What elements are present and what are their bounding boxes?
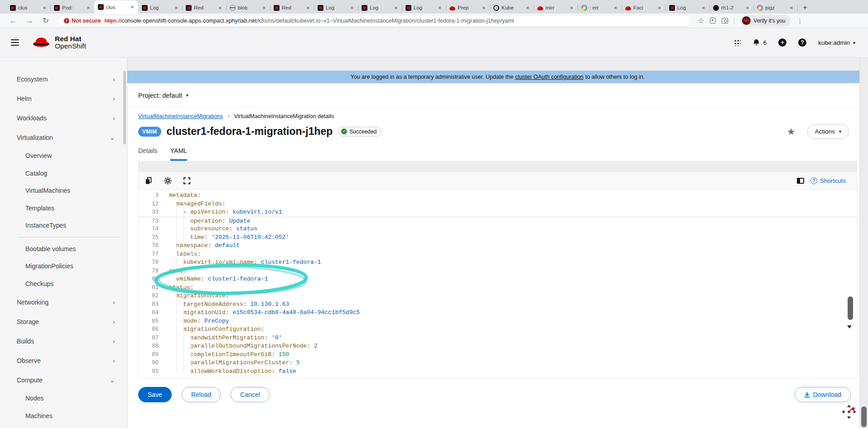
browser-tab[interactable]: Red✕ [182, 2, 226, 14]
browser-tab[interactable]: Prep✕ [446, 2, 490, 14]
settings-gear-icon[interactable] [164, 177, 172, 185]
main-content: You are logged in as a temporary adminis… [127, 57, 868, 428]
address-bar[interactable]: ! Not secure https://console-openshift-c… [57, 15, 691, 27]
cancel-button[interactable]: Cancel [231, 387, 270, 402]
tab-close-icon[interactable]: ✕ [481, 5, 487, 10]
help-icon[interactable]: ? [798, 38, 806, 47]
sidebar-item-compute[interactable]: Compute⌄ [0, 370, 127, 390]
fullscreen-icon[interactable] [183, 177, 190, 184]
browser-tab[interactable]: Log✕ [665, 2, 709, 14]
tab-close-icon[interactable]: ✕ [85, 5, 92, 10]
tab-close-icon[interactable]: ✕ [700, 5, 707, 10]
yaml-code-area[interactable]: 3metadata:12 managedFields:33 - apiVersi… [139, 190, 857, 377]
refresh-icon[interactable]: ↻ [41, 16, 51, 25]
breadcrumb-link[interactable]: VirtualMachineInstanceMigrations [138, 113, 223, 119]
browser-tab[interactable]: mirr✕ [534, 2, 578, 14]
tab-close-icon[interactable]: ✕ [744, 5, 751, 10]
project-selector[interactable]: Project: default [138, 92, 182, 99]
add-icon[interactable]: + [778, 38, 786, 47]
browser-tab[interactable]: Log✕ [314, 2, 358, 14]
not-secure-chip[interactable]: ! Not secure [64, 18, 101, 24]
tab-close-icon[interactable]: ✕ [261, 5, 267, 10]
browser-tab[interactable]: Log✕ [358, 2, 402, 14]
browser-tab[interactable]: Log✕ [402, 2, 446, 14]
sidebar-item-workloads[interactable]: Workloads› [0, 108, 127, 128]
favorite-star-icon[interactable]: ★ [787, 126, 796, 137]
browser-tab[interactable]: Kube✕ [490, 2, 534, 14]
copy-icon[interactable] [145, 177, 152, 185]
new-tab-button[interactable]: + [799, 2, 811, 14]
tab-close-icon[interactable]: ✕ [788, 5, 795, 10]
shortcuts-link[interactable]: ? Shortcuts [810, 177, 846, 184]
browser-tab[interactable]: : err✕ [578, 2, 622, 14]
back-icon[interactable]: ← [8, 17, 18, 25]
sidebar-item-nodes[interactable]: Nodes [0, 390, 127, 407]
tab-close-icon[interactable]: ✕ [41, 5, 48, 10]
tab-close-icon[interactable]: ✕ [173, 5, 179, 10]
sidebar-item-ecosystem[interactable]: Ecosystem› [0, 69, 127, 89]
sidebar-item-observe[interactable]: Observe› [0, 351, 127, 370]
page-scrollbar[interactable] [859, 57, 868, 428]
editor-scrollbar-thumb[interactable] [848, 296, 853, 320]
save-button[interactable]: Save [138, 387, 172, 402]
tab-close-icon[interactable]: ✕ [217, 5, 223, 10]
browser-tab[interactable]: clus✕ [6, 2, 50, 14]
redhat-favicon [625, 6, 631, 10]
user-menu[interactable]: kube:admin ▾ [818, 39, 855, 46]
side-search-icon[interactable] [722, 18, 728, 24]
yaml-line: 80 vmiName: cluster1-fedora-1 [139, 275, 857, 284]
sidebar-item-instancetypes[interactable]: InstanceTypes [0, 217, 127, 234]
profile-chip[interactable]: Verify it's you [740, 15, 791, 27]
sidebar-item-migrationpolicies[interactable]: MigrationPolicies [0, 257, 127, 275]
tab-close-icon[interactable]: ✕ [349, 5, 355, 10]
nav-toggle-icon[interactable] [11, 39, 19, 46]
bookmark-star-icon[interactable]: ☆ [698, 16, 704, 25]
tab-close-icon[interactable]: ✕ [437, 5, 443, 10]
browser-tab[interactable]: rh1-2✕ [709, 2, 753, 14]
sidebar-item-virtualmachines[interactable]: VirtualMachines [0, 182, 127, 200]
reload-button[interactable]: Reload [182, 387, 221, 402]
page-scrollbar-thumb[interactable] [861, 406, 867, 427]
tab-close-icon[interactable]: ✕ [612, 5, 619, 10]
tab-close-icon[interactable]: ✕ [305, 5, 311, 10]
sidebar-item-networking[interactable]: Networking› [0, 292, 127, 312]
chevron-down-icon: ⌄ [109, 133, 115, 142]
sidebar-item-catalog[interactable]: Catalog [0, 165, 127, 182]
sidebar-item-bootable-volumes[interactable]: Bootable volumes [0, 240, 127, 258]
tab-close-icon[interactable]: ✕ [129, 5, 135, 10]
browser-tab[interactable]: Log✕ [138, 2, 182, 14]
sidebar-item-virtualization[interactable]: Virtualization⌄ [0, 128, 127, 147]
sidebar-item-machines[interactable]: Machines [0, 407, 127, 425]
forward-icon[interactable]: → [24, 17, 34, 25]
tab-close-icon[interactable]: ✕ [569, 5, 575, 10]
tab-close-icon[interactable]: ✕ [525, 5, 531, 10]
sidebar-item-helm[interactable]: Helm› [0, 89, 127, 108]
yaml-line: 73 operation: Update [139, 217, 857, 225]
sidebar-item-templates[interactable]: Templates [0, 200, 127, 217]
tab-close-icon[interactable]: ✕ [393, 5, 399, 10]
app-launcher-icon[interactable] [733, 39, 741, 46]
sidebar-item-builds[interactable]: Builds› [0, 331, 127, 351]
brand-logo[interactable]: Red Hat OpenShift [32, 35, 86, 50]
sidebar-scrollbar[interactable] [123, 71, 126, 144]
browser-menu-icon[interactable]: ⋮ [797, 17, 803, 24]
browser-tab[interactable]: blob✕ [226, 2, 270, 14]
sidebar-item-storage[interactable]: Storage› [0, 312, 127, 331]
browser-tab[interactable]: pigz✕ [753, 2, 797, 14]
browser-tab[interactable]: Faci✕ [622, 2, 665, 14]
notifications-button[interactable]: 6 [752, 39, 767, 47]
download-button[interactable]: Download [795, 387, 851, 402]
tab-details[interactable]: Details [138, 147, 158, 161]
notification-count: 6 [763, 39, 767, 46]
browser-tab[interactable]: Red✕ [270, 2, 314, 14]
browser-tab[interactable]: Pod:✕ [50, 2, 94, 14]
tab-close-icon[interactable]: ✕ [656, 5, 663, 10]
tab-yaml[interactable]: YAML [170, 147, 187, 161]
side-panel-icon[interactable] [797, 178, 804, 184]
oauth-config-link[interactable]: cluster OAuth configuration [515, 74, 583, 80]
extensions-icon[interactable] [710, 18, 716, 24]
sidebar-item-checkups[interactable]: Checkups [0, 275, 127, 293]
actions-button[interactable]: Actions ▾ [807, 124, 849, 139]
browser-tab[interactable]: clus✕ [94, 0, 138, 14]
sidebar-item-overview[interactable]: Overview [0, 147, 127, 165]
